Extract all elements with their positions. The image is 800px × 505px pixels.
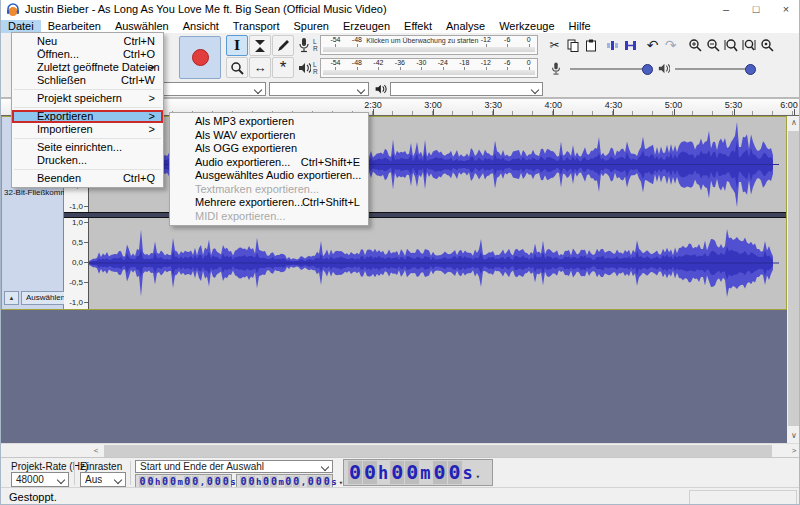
scroll-left-arrow[interactable]: < xyxy=(89,444,103,458)
time-unit[interactable]: m xyxy=(177,477,182,487)
menu-item[interactable]: SchließenCtrl+W xyxy=(12,74,163,87)
time-digit[interactable]: 0 xyxy=(390,461,404,484)
time-unit[interactable]: , xyxy=(200,477,205,487)
vertical-scroll-thumb[interactable] xyxy=(788,131,800,426)
redo-button[interactable]: ↷ xyxy=(662,35,679,55)
recording-volume-thumb[interactable] xyxy=(642,64,653,75)
close-button[interactable]: × xyxy=(771,0,800,19)
amplitude-tick xyxy=(84,206,88,207)
zoom-in-button[interactable] xyxy=(686,35,703,55)
recording-channels-combo[interactable] xyxy=(269,82,369,96)
empty-track-space[interactable] xyxy=(1,310,787,443)
zoom-tool-button[interactable] xyxy=(226,57,248,78)
time-digit[interactable]: 0 xyxy=(405,461,419,484)
waveform-channel[interactable] xyxy=(89,218,786,308)
time-unit[interactable]: s xyxy=(230,477,235,487)
snap-combo[interactable]: Aus xyxy=(80,472,126,487)
multi-tool-button[interactable]: * xyxy=(272,57,294,78)
scroll-up-arrow[interactable]: ∧ xyxy=(787,116,800,130)
undo-button[interactable]: ↶ xyxy=(644,35,661,55)
paste-button[interactable] xyxy=(582,35,599,55)
selection-mode-combo[interactable]: Start und Ende der Auswahl xyxy=(135,460,333,473)
project-rate-combo[interactable]: 48000 xyxy=(11,472,69,487)
playback-volume-thumb[interactable] xyxy=(745,64,756,75)
meter-scale-number: -48 xyxy=(352,36,362,43)
time-unit[interactable]: h xyxy=(155,477,160,487)
menu-item[interactable]: Zuletzt geöffnete Dateien> xyxy=(12,61,163,74)
menu-item[interactable]: Exportieren> xyxy=(12,110,163,123)
meter-scale-number: -30 xyxy=(416,59,426,66)
scroll-down-arrow[interactable]: ∨ xyxy=(787,429,800,443)
menubar-item-erzeugen[interactable]: Erzeugen xyxy=(336,20,397,33)
zoom-toggle-button[interactable] xyxy=(758,35,775,55)
menu-item[interactable]: Öffnen...Ctrl+O xyxy=(12,48,163,61)
menu-item[interactable]: Audio exportieren...Ctrl+Shift+E xyxy=(170,156,368,170)
menu-item-shortcut: Ctrl+Shift+L xyxy=(302,196,360,210)
time-digit[interactable]: 0 xyxy=(448,461,462,484)
zoom-fit-project-button[interactable] xyxy=(740,35,757,55)
menu-item-label: Importieren xyxy=(37,123,93,135)
silence-audio-button[interactable] xyxy=(622,35,639,55)
time-unit[interactable]: s xyxy=(331,477,336,487)
time-unit[interactable]: , xyxy=(301,477,306,487)
time-shift-tool-button[interactable]: ↔ xyxy=(249,57,271,78)
playback-meter[interactable]: LR -54-48-42-36-30-24-18-12-60 xyxy=(295,57,538,79)
zoom-selection-button[interactable] xyxy=(722,35,739,55)
menu-item[interactable]: Als OGG exportieren xyxy=(170,142,368,156)
menubar-item-analyse[interactable]: Analyse xyxy=(439,20,492,33)
time-unit[interactable]: h xyxy=(378,463,388,483)
menu-item[interactable]: Als WAV exportieren xyxy=(170,129,368,143)
menu-item[interactable]: Importieren> xyxy=(12,123,163,136)
menu-item-shortcut: Ctrl+W xyxy=(121,74,155,87)
menubar-item-spuren[interactable]: Spuren xyxy=(286,20,335,33)
time-digit[interactable]: 0 xyxy=(348,461,362,484)
maximize-button[interactable]: □ xyxy=(741,0,771,19)
audio-position-display[interactable]: 00h00m00s▾ xyxy=(343,459,493,486)
scroll-right-arrow[interactable]: > xyxy=(787,444,800,458)
draw-tool-button[interactable] xyxy=(272,35,294,56)
time-unit[interactable]: m xyxy=(420,463,430,483)
vertical-scrollbar[interactable]: ∧ ∨ xyxy=(787,116,800,443)
menu-item[interactable]: Ausgewähltes Audio exportieren... xyxy=(170,169,368,183)
playback-volume-slider[interactable] xyxy=(675,68,751,70)
cut-button[interactable]: ✂ xyxy=(546,35,563,55)
collapse-track-button[interactable]: ▲ xyxy=(4,291,19,305)
zoom-out-button[interactable] xyxy=(704,35,721,55)
menubar-item-transport[interactable]: Transport xyxy=(226,20,287,33)
menu-item[interactable]: Als MP3 exportieren xyxy=(170,115,368,129)
meter-scale-number: -12 xyxy=(481,59,491,66)
copy-button[interactable] xyxy=(564,35,581,55)
menu-item[interactable]: Drucken... xyxy=(12,154,163,167)
menu-item[interactable]: Projekt speichern> xyxy=(12,92,163,105)
menu-item[interactable]: Mehrere exportieren...Ctrl+Shift+L xyxy=(170,196,368,210)
minimize-button[interactable]: – xyxy=(711,0,741,19)
recording-volume-slider[interactable] xyxy=(570,68,650,70)
amplitude-label: -0,5 xyxy=(69,278,83,287)
time-unit[interactable]: s xyxy=(463,463,473,483)
envelope-tool-button[interactable] xyxy=(249,35,271,56)
mixer-toolbar xyxy=(544,58,766,80)
record-button[interactable] xyxy=(179,36,221,79)
trim-audio-button[interactable] xyxy=(604,35,621,55)
horizontal-scrollbar[interactable]: < > xyxy=(1,443,800,457)
time-unit[interactable]: h xyxy=(256,477,261,487)
timeline-major-tick xyxy=(794,109,795,115)
playback-device-combo[interactable] xyxy=(390,82,543,96)
dropdown-icon[interactable]: ▾ xyxy=(476,473,480,481)
menu-item[interactable]: NeuCtrl+N xyxy=(12,35,163,48)
recording-meter[interactable]: LR -54-48-12-60Klicken um Überwachung zu… xyxy=(295,34,538,56)
select-track-button[interactable]: Auswählen xyxy=(21,291,70,305)
menubar-item-werkzeuge[interactable]: Werkzeuge xyxy=(492,20,561,33)
menubar-item-hilfe[interactable]: Hilfe xyxy=(562,20,598,33)
menu-item[interactable]: Seite einrichten... xyxy=(12,141,163,154)
menubar-item-effekt[interactable]: Effekt xyxy=(397,20,439,33)
menubar-item-ansicht[interactable]: Ansicht xyxy=(176,20,226,33)
time-digit[interactable]: 0 xyxy=(363,461,377,484)
time-digit[interactable]: 0 xyxy=(433,461,447,484)
horizontal-scroll-thumb[interactable] xyxy=(104,445,772,457)
time-unit[interactable]: m xyxy=(278,477,283,487)
selection-tool-button[interactable]: I xyxy=(226,35,248,56)
track-panel-bottom-row: ▲ Auswählen xyxy=(4,291,70,305)
menu-item[interactable]: BeendenCtrl+Q xyxy=(12,172,163,185)
record-icon xyxy=(192,49,209,66)
